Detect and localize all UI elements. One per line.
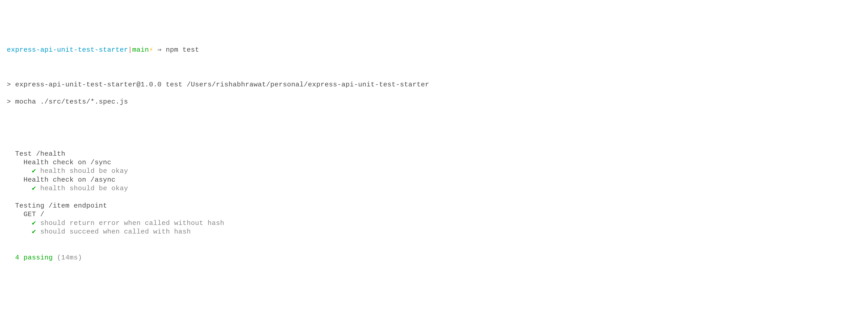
blank-line bbox=[7, 63, 861, 72]
suite-subtitle: Health check on /async bbox=[7, 176, 861, 184]
suite-subtitle: GET / bbox=[7, 210, 861, 219]
gt-prefix: > bbox=[7, 81, 11, 88]
check-icon: ✔ bbox=[32, 185, 36, 192]
summary-time: (14ms) bbox=[57, 254, 82, 261]
suite-subtitle: Health check on /sync bbox=[7, 158, 861, 167]
summary-passing: 4 passing bbox=[15, 254, 53, 261]
test-result-line: ✔ should return error when called withou… bbox=[7, 219, 861, 227]
npm-script-info: express-api-unit-test-starter@1.0.0 test… bbox=[15, 81, 429, 88]
terminal-output: express-api-unit-test-starter|main⚡ ⇒ np… bbox=[7, 37, 861, 271]
summary-line: 4 passing (14ms) bbox=[7, 253, 861, 262]
check-icon: ✔ bbox=[32, 219, 36, 227]
blank-line bbox=[7, 132, 861, 141]
blank-line bbox=[7, 245, 861, 253]
npm-script-line: > mocha ./src/tests/*.spec.js bbox=[7, 98, 861, 106]
npm-script-cmd: mocha ./src/tests/*.spec.js bbox=[15, 98, 128, 106]
npm-script-line: > express-api-unit-test-starter@1.0.0 te… bbox=[7, 80, 861, 89]
test-result-line: ✔ health should be okay bbox=[7, 184, 861, 193]
command-text: npm test bbox=[166, 46, 199, 54]
prompt-branch: main bbox=[132, 46, 149, 54]
check-icon: ✔ bbox=[32, 167, 36, 175]
gt-prefix: > bbox=[7, 98, 11, 106]
blank-line bbox=[7, 193, 861, 202]
blank-line bbox=[7, 236, 861, 245]
test-result-line: ✔ health should be okay bbox=[7, 167, 861, 175]
suite-title: Test /health bbox=[7, 150, 861, 158]
test-name: health should be okay bbox=[40, 185, 128, 192]
mocha-results: Test /health Health check on /sync ✔ hea… bbox=[7, 150, 861, 262]
prompt-arrow-icon: ⇒ bbox=[157, 46, 162, 54]
prompt-separator: | bbox=[128, 46, 132, 54]
test-name: should return error when called without … bbox=[40, 219, 224, 227]
bolt-icon: ⚡ bbox=[149, 46, 153, 54]
test-name: should succeed when called with hash bbox=[40, 228, 191, 236]
suite-title: Testing /item endpoint bbox=[7, 202, 861, 210]
blank-line bbox=[7, 115, 861, 123]
test-result-line: ✔ should succeed when called with hash bbox=[7, 227, 861, 236]
check-icon: ✔ bbox=[32, 228, 36, 236]
prompt-directory: express-api-unit-test-starter bbox=[7, 46, 128, 54]
prompt-line: express-api-unit-test-starter|main⚡ ⇒ np… bbox=[7, 45, 861, 54]
test-name: health should be okay bbox=[40, 167, 128, 175]
